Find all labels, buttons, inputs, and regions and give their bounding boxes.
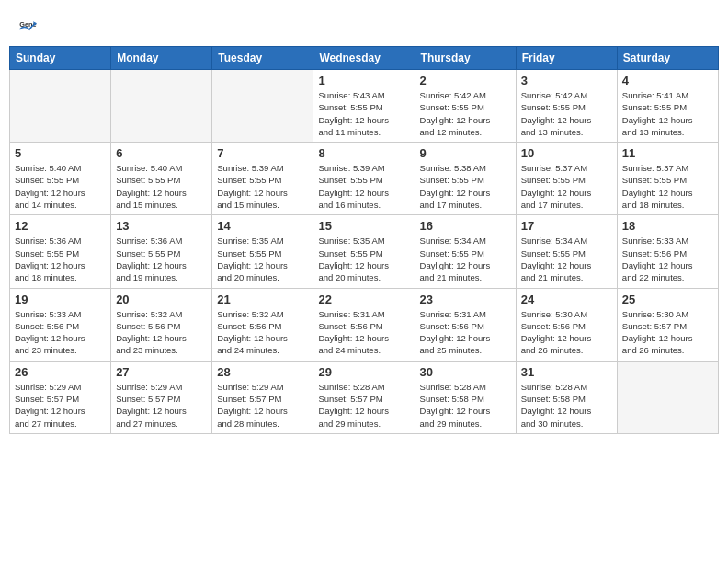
day-number: 16 <box>420 219 511 233</box>
calendar-cell: 11Sunrise: 5:37 AM Sunset: 5:55 PM Dayli… <box>617 143 718 215</box>
day-number: 18 <box>622 219 713 233</box>
day-number: 26 <box>15 365 106 379</box>
calendar-cell: 9Sunrise: 5:38 AM Sunset: 5:55 PM Daylig… <box>415 143 516 215</box>
day-info: Sunrise: 5:42 AM Sunset: 5:55 PM Dayligh… <box>521 89 612 138</box>
day-info: Sunrise: 5:43 AM Sunset: 5:55 PM Dayligh… <box>318 89 409 138</box>
day-number: 19 <box>15 293 106 306</box>
calendar-cell: 23Sunrise: 5:31 AM Sunset: 5:56 PM Dayli… <box>415 288 516 361</box>
calendar-cell: 25Sunrise: 5:30 AM Sunset: 5:57 PM Dayli… <box>617 288 718 361</box>
calendar-cell: 15Sunrise: 5:35 AM Sunset: 5:55 PM Dayli… <box>313 215 415 288</box>
calendar-cell <box>111 70 212 143</box>
day-info: Sunrise: 5:33 AM Sunset: 5:56 PM Dayligh… <box>15 308 106 357</box>
calendar-cell: 6Sunrise: 5:40 AM Sunset: 5:55 PM Daylig… <box>111 143 212 215</box>
day-number: 23 <box>420 293 511 306</box>
day-info: Sunrise: 5:31 AM Sunset: 5:56 PM Dayligh… <box>420 308 511 357</box>
calendar-cell <box>212 70 313 143</box>
day-header-sunday: Sunday <box>10 47 111 70</box>
day-number: 10 <box>521 146 612 160</box>
day-info: Sunrise: 5:39 AM Sunset: 5:55 PM Dayligh… <box>318 162 409 211</box>
calendar-cell: 2Sunrise: 5:42 AM Sunset: 5:55 PM Daylig… <box>415 70 516 143</box>
day-number: 21 <box>217 293 308 306</box>
day-info: Sunrise: 5:40 AM Sunset: 5:55 PM Dayligh… <box>116 162 207 211</box>
calendar-cell: 7Sunrise: 5:39 AM Sunset: 5:55 PM Daylig… <box>212 143 313 215</box>
calendar-cell: 22Sunrise: 5:31 AM Sunset: 5:56 PM Dayli… <box>313 288 415 361</box>
page-header: General <box>9 9 719 41</box>
day-number: 20 <box>116 293 207 306</box>
calendar-cell: 3Sunrise: 5:42 AM Sunset: 5:55 PM Daylig… <box>516 70 617 143</box>
day-info: Sunrise: 5:29 AM Sunset: 5:57 PM Dayligh… <box>217 381 308 430</box>
day-number: 14 <box>217 219 308 233</box>
calendar-cell: 31Sunrise: 5:28 AM Sunset: 5:58 PM Dayli… <box>516 361 617 433</box>
day-number: 6 <box>116 146 207 160</box>
calendar-cell: 21Sunrise: 5:32 AM Sunset: 5:56 PM Dayli… <box>212 288 313 361</box>
day-info: Sunrise: 5:31 AM Sunset: 5:56 PM Dayligh… <box>318 308 409 357</box>
calendar-cell: 17Sunrise: 5:34 AM Sunset: 5:55 PM Dayli… <box>516 215 617 288</box>
calendar-cell: 16Sunrise: 5:34 AM Sunset: 5:55 PM Dayli… <box>415 215 516 288</box>
day-number: 11 <box>622 146 713 160</box>
calendar-cell: 18Sunrise: 5:33 AM Sunset: 5:56 PM Dayli… <box>617 215 718 288</box>
calendar-cell <box>10 70 111 143</box>
day-header-saturday: Saturday <box>617 47 718 70</box>
day-number: 5 <box>15 146 106 160</box>
calendar-cell: 10Sunrise: 5:37 AM Sunset: 5:55 PM Dayli… <box>516 143 617 215</box>
day-number: 13 <box>116 219 207 233</box>
day-info: Sunrise: 5:34 AM Sunset: 5:55 PM Dayligh… <box>420 235 511 283</box>
calendar-cell: 20Sunrise: 5:32 AM Sunset: 5:56 PM Dayli… <box>111 288 212 361</box>
logo-icon: General <box>18 18 37 37</box>
day-info: Sunrise: 5:30 AM Sunset: 5:57 PM Dayligh… <box>622 308 713 357</box>
calendar-cell: 1Sunrise: 5:43 AM Sunset: 5:55 PM Daylig… <box>313 70 415 143</box>
calendar-cell: 13Sunrise: 5:36 AM Sunset: 5:55 PM Dayli… <box>111 215 212 288</box>
day-number: 2 <box>420 74 511 87</box>
calendar-cell: 8Sunrise: 5:39 AM Sunset: 5:55 PM Daylig… <box>313 143 415 215</box>
day-number: 27 <box>116 365 207 379</box>
day-number: 1 <box>318 74 409 87</box>
calendar-cell: 5Sunrise: 5:40 AM Sunset: 5:55 PM Daylig… <box>10 143 111 215</box>
day-header-thursday: Thursday <box>415 47 516 70</box>
day-info: Sunrise: 5:40 AM Sunset: 5:55 PM Dayligh… <box>15 162 106 211</box>
calendar-week-3: 12Sunrise: 5:36 AM Sunset: 5:55 PM Dayli… <box>10 215 719 288</box>
day-number: 15 <box>318 219 409 233</box>
day-info: Sunrise: 5:42 AM Sunset: 5:55 PM Dayligh… <box>420 89 511 138</box>
day-header-monday: Monday <box>111 47 212 70</box>
calendar-week-2: 5Sunrise: 5:40 AM Sunset: 5:55 PM Daylig… <box>10 143 719 215</box>
calendar-cell: 28Sunrise: 5:29 AM Sunset: 5:57 PM Dayli… <box>212 361 313 433</box>
calendar-cell: 24Sunrise: 5:30 AM Sunset: 5:56 PM Dayli… <box>516 288 617 361</box>
day-info: Sunrise: 5:37 AM Sunset: 5:55 PM Dayligh… <box>521 162 612 211</box>
day-header-friday: Friday <box>516 47 617 70</box>
calendar-cell: 29Sunrise: 5:28 AM Sunset: 5:57 PM Dayli… <box>313 361 415 433</box>
day-info: Sunrise: 5:32 AM Sunset: 5:56 PM Dayligh… <box>217 308 308 357</box>
day-info: Sunrise: 5:35 AM Sunset: 5:55 PM Dayligh… <box>217 235 308 283</box>
day-number: 7 <box>217 146 308 160</box>
logo: General <box>18 18 39 37</box>
day-info: Sunrise: 5:29 AM Sunset: 5:57 PM Dayligh… <box>116 381 207 430</box>
day-info: Sunrise: 5:28 AM Sunset: 5:58 PM Dayligh… <box>521 381 612 430</box>
day-info: Sunrise: 5:38 AM Sunset: 5:55 PM Dayligh… <box>420 162 511 211</box>
day-number: 30 <box>420 365 511 379</box>
day-info: Sunrise: 5:28 AM Sunset: 5:57 PM Dayligh… <box>318 381 409 430</box>
day-info: Sunrise: 5:33 AM Sunset: 5:56 PM Dayligh… <box>622 235 713 283</box>
calendar-week-1: 1Sunrise: 5:43 AM Sunset: 5:55 PM Daylig… <box>10 70 719 143</box>
calendar-header-row: SundayMondayTuesdayWednesdayThursdayFrid… <box>10 47 719 70</box>
day-header-wednesday: Wednesday <box>313 47 415 70</box>
calendar-week-4: 19Sunrise: 5:33 AM Sunset: 5:56 PM Dayli… <box>10 288 719 361</box>
calendar-cell: 19Sunrise: 5:33 AM Sunset: 5:56 PM Dayli… <box>10 288 111 361</box>
day-number: 12 <box>15 219 106 233</box>
day-header-tuesday: Tuesday <box>212 47 313 70</box>
day-number: 29 <box>318 365 409 379</box>
day-info: Sunrise: 5:35 AM Sunset: 5:55 PM Dayligh… <box>318 235 409 283</box>
day-number: 31 <box>521 365 612 379</box>
calendar-cell: 12Sunrise: 5:36 AM Sunset: 5:55 PM Dayli… <box>10 215 111 288</box>
day-number: 3 <box>521 74 612 87</box>
day-number: 8 <box>318 146 409 160</box>
day-info: Sunrise: 5:36 AM Sunset: 5:55 PM Dayligh… <box>116 235 207 283</box>
day-number: 4 <box>622 74 713 87</box>
calendar-week-5: 26Sunrise: 5:29 AM Sunset: 5:57 PM Dayli… <box>10 361 719 433</box>
day-number: 28 <box>217 365 308 379</box>
calendar-table: SundayMondayTuesdayWednesdayThursdayFrid… <box>9 46 719 434</box>
day-info: Sunrise: 5:30 AM Sunset: 5:56 PM Dayligh… <box>521 308 612 357</box>
day-info: Sunrise: 5:29 AM Sunset: 5:57 PM Dayligh… <box>15 381 106 430</box>
day-info: Sunrise: 5:28 AM Sunset: 5:58 PM Dayligh… <box>420 381 511 430</box>
day-number: 25 <box>622 293 713 306</box>
day-info: Sunrise: 5:36 AM Sunset: 5:55 PM Dayligh… <box>15 235 106 283</box>
day-number: 22 <box>318 293 409 306</box>
